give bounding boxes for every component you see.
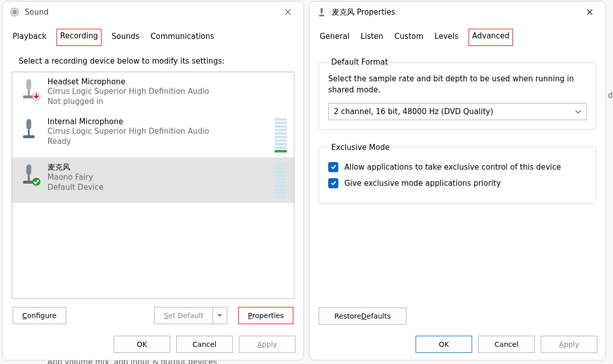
tab-levels[interactable]: Levels (434, 30, 459, 46)
device-name: Headset Microphone (47, 77, 287, 86)
sample-format-select[interactable]: 2 channel, 16 bit, 48000 Hz (DVD Quality… (328, 103, 587, 120)
sound-content: Select a recording device below to modif… (3, 46, 303, 333)
configure-button[interactable]: Configure (13, 307, 66, 324)
tab-playback[interactable]: Playback (12, 30, 47, 46)
properties-titlebar: 麦克风 Properties (310, 2, 605, 23)
allow-exclusive-checkbox-row[interactable]: Allow applications to take exclusive con… (328, 162, 587, 172)
device-name: Internal Microphone (47, 117, 266, 126)
properties-button[interactable]: Properties (238, 307, 293, 324)
default-badge-icon (32, 178, 40, 186)
unplugged-badge-icon (32, 92, 40, 100)
properties-tabs: General Listen Custom Levels Advanced (310, 23, 605, 46)
cancel-button[interactable]: Cancel (176, 336, 233, 353)
tab-recording[interactable]: Recording (57, 29, 101, 46)
default-format-group: Default Format Select the sample rate an… (319, 58, 596, 130)
device-desc: Cirrus Logic Superior High Definition Au… (47, 126, 266, 136)
close-button[interactable] (578, 4, 601, 20)
device-info: Internal Microphone Cirrus Logic Superio… (47, 117, 266, 147)
svg-rect-5 (28, 90, 30, 95)
svg-rect-4 (26, 79, 31, 90)
sound-title: Sound (25, 8, 276, 17)
sample-format-value: 2 channel, 16 bit, 48000 Hz (DVD Quality… (334, 107, 493, 116)
set-default-button[interactable]: Set Default (154, 307, 213, 324)
exclusive-priority-checkbox-row[interactable]: Give exclusive mode applications priorit… (328, 178, 587, 188)
recording-instruction: Select a recording device below to modif… (19, 57, 294, 66)
apply-button[interactable]: Apply (541, 336, 597, 353)
properties-dialog-buttons: OK Cancel Apply (310, 333, 605, 360)
device-info: Headset Microphone Cirrus Logic Superior… (47, 77, 287, 107)
properties-title: 麦克风 Properties (332, 8, 578, 17)
microphone-icon (317, 7, 327, 17)
apply-button[interactable]: Apply (239, 336, 295, 353)
checkbox-checked-icon (328, 178, 338, 188)
sound-tabs: Playback Recording Sounds Communications (3, 23, 303, 46)
svg-rect-8 (28, 129, 30, 135)
background-text: d (608, 91, 613, 100)
device-desc: Cirrus Logic Superior High Definition Au… (47, 86, 287, 96)
recording-device-list[interactable]: Headset Microphone Cirrus Logic Superior… (12, 72, 294, 299)
ok-button[interactable]: OK (416, 336, 472, 353)
sound-titlebar: Sound (3, 2, 303, 23)
level-meter (275, 117, 287, 152)
device-actions: Configure Set Default Properties (12, 304, 294, 329)
ok-button[interactable]: OK (114, 336, 170, 353)
exclusive-mode-group: Exclusive Mode Allow applications to tak… (319, 143, 596, 204)
device-row[interactable]: 麦克风 Maono Fairy Default Device (12, 158, 294, 203)
svg-rect-10 (26, 164, 31, 175)
checkbox-checked-icon (328, 162, 338, 172)
chevron-down-icon (575, 107, 581, 116)
tab-listen[interactable]: Listen (360, 30, 384, 46)
tab-general[interactable]: General (319, 30, 350, 46)
tab-custom[interactable]: Custom (393, 30, 424, 46)
allow-exclusive-label: Allow applications to take exclusive con… (344, 163, 561, 172)
mic-properties-window: 麦克风 Properties General Listen Custom Lev… (309, 1, 606, 360)
svg-rect-7 (26, 119, 31, 129)
device-info: 麦克风 Maono Fairy Default Device (47, 163, 266, 193)
microphone-icon (19, 77, 38, 101)
exclusive-priority-label: Give exclusive mode applications priorit… (344, 179, 501, 188)
device-status: Ready (47, 136, 266, 146)
svg-rect-11 (28, 175, 30, 180)
device-status: Default Device (47, 182, 266, 192)
svg-rect-13 (321, 8, 323, 13)
tab-communications[interactable]: Communications (149, 30, 215, 46)
default-format-legend: Default Format (328, 58, 391, 67)
device-row[interactable]: Headset Microphone Cirrus Logic Superior… (12, 72, 294, 112)
restore-defaults-button[interactable]: Restore Defaults (319, 307, 406, 325)
exclusive-mode-legend: Exclusive Mode (328, 143, 393, 152)
device-status: Not plugged in (47, 96, 287, 107)
tab-sounds[interactable]: Sounds (111, 30, 140, 46)
close-button[interactable] (276, 4, 299, 20)
set-default-splitbutton[interactable]: Set Default (154, 307, 227, 324)
sound-window: Sound Playback Recording Sounds Communic… (2, 1, 304, 360)
svg-rect-14 (321, 13, 322, 15)
set-default-dropdown[interactable] (213, 307, 227, 324)
svg-point-1 (13, 10, 17, 14)
sound-dialog-buttons: OK Cancel Apply (3, 333, 303, 360)
device-name: 麦克风 (47, 163, 266, 172)
speaker-icon (10, 7, 20, 17)
microphone-icon (19, 163, 38, 187)
svg-rect-15 (319, 15, 324, 17)
level-meter (275, 163, 287, 198)
microphone-icon (19, 117, 38, 141)
svg-rect-9 (23, 135, 35, 138)
cancel-button[interactable]: Cancel (478, 336, 535, 353)
device-row[interactable]: Internal Microphone Cirrus Logic Superio… (12, 112, 294, 158)
properties-content: Default Format Select the sample rate an… (310, 46, 605, 333)
device-desc: Maono Fairy (47, 172, 266, 182)
default-format-hint: Select the sample rate and bit depth to … (328, 74, 587, 96)
tab-advanced[interactable]: Advanced (469, 29, 513, 46)
